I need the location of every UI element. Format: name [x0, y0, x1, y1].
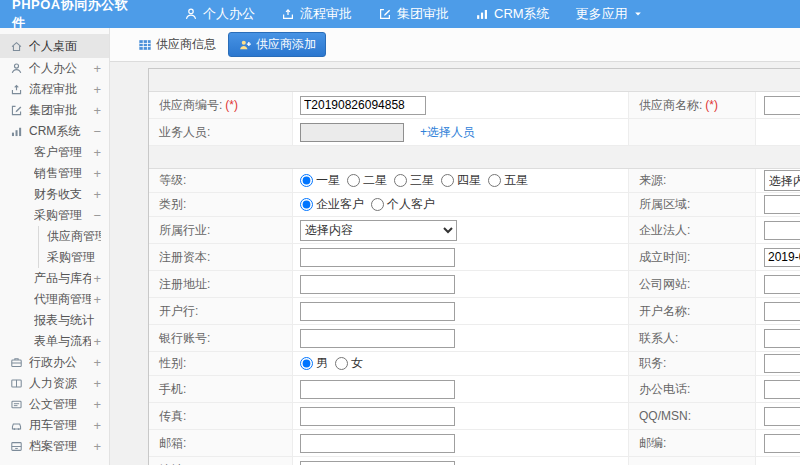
expand-plus-icon[interactable]: + [93, 355, 101, 370]
collapse-minus-icon[interactable]: − [93, 124, 101, 139]
sidebar-item-2[interactable]: 流程审批+ [0, 79, 109, 100]
field-value-cell [756, 325, 800, 351]
sidebar-item-1[interactable]: 个人办公+ [0, 58, 109, 79]
sidebar-item-19[interactable]: 档案管理+ [0, 436, 109, 457]
expand-plus-icon[interactable]: + [93, 292, 101, 307]
sidebar-item-8[interactable]: 采购管理− [0, 205, 109, 226]
gender-radio-input[interactable] [300, 357, 313, 370]
sidebar-item-3[interactable]: 集团审批+ [0, 100, 109, 121]
grade-radio-input[interactable] [300, 174, 313, 187]
industry-select[interactable]: 选择内容 [300, 220, 457, 241]
founding-date-input[interactable] [764, 248, 800, 267]
nav-item-1[interactable]: 流程审批 [281, 5, 352, 23]
contact-input[interactable] [764, 329, 800, 348]
person-icon [10, 62, 23, 75]
expand-plus-icon[interactable]: + [93, 82, 101, 97]
postcode-input[interactable] [764, 434, 800, 453]
supplier-code-input[interactable] [300, 96, 426, 115]
bank-input[interactable] [300, 302, 455, 321]
edit-icon [10, 104, 23, 117]
sidebar-item-5[interactable]: 客户管理+ [0, 142, 109, 163]
website-input[interactable] [764, 275, 800, 294]
grade-radio-1[interactable]: 二星 [347, 172, 387, 189]
gender-radio-0[interactable]: 男 [300, 355, 328, 372]
email-input[interactable] [300, 434, 455, 453]
position-input[interactable] [764, 354, 800, 373]
hamburger-icon[interactable] [140, 3, 162, 25]
supplier-name-input[interactable] [764, 96, 800, 115]
sidebar-item-4[interactable]: CRM系统− [0, 121, 109, 142]
expand-plus-icon[interactable]: + [93, 397, 101, 412]
gender-radio-1[interactable]: 女 [335, 355, 363, 372]
category-radio-1[interactable]: 个人客户 [371, 196, 435, 213]
grade-radio-input[interactable] [488, 174, 501, 187]
expand-plus-icon[interactable]: + [93, 376, 101, 391]
sidebar-item-7[interactable]: 财务收支+ [0, 184, 109, 205]
nav-item-2[interactable]: 集团审批 [378, 5, 449, 23]
field-value-cell [756, 430, 800, 456]
expand-plus-icon[interactable]: + [93, 187, 101, 202]
nav-item-0[interactable]: 个人办公 [184, 5, 255, 23]
source-select[interactable]: 选择内容 [764, 170, 800, 191]
select-staff-link[interactable]: +选择人员 [420, 124, 475, 141]
account-name-input[interactable] [764, 302, 800, 321]
field-label-text: 注册资本: [159, 249, 210, 266]
expand-plus-icon[interactable]: + [93, 103, 101, 118]
region-input[interactable] [764, 195, 800, 214]
staff-input[interactable] [300, 123, 404, 142]
field-label: 联系人: [629, 325, 756, 351]
sidebar-item-6[interactable]: 销售管理+ [0, 163, 109, 184]
sidebar-item-11[interactable]: 产品与库存+ [0, 268, 109, 289]
grade-radio-input[interactable] [347, 174, 360, 187]
registered-capital-input[interactable] [300, 248, 455, 267]
expand-plus-icon[interactable]: + [93, 145, 101, 160]
grade-radio-0[interactable]: 一星 [300, 172, 340, 189]
sidebar-item-12[interactable]: 代理商管理+ [0, 289, 109, 310]
legal-person-input[interactable] [764, 221, 800, 240]
field-value-cell [756, 193, 800, 216]
sidebar-item-0[interactable]: 个人桌面 [0, 34, 109, 58]
sidebar-item-14[interactable]: 表单与流程设置+ [0, 331, 109, 352]
field-label: 所属区域: [629, 193, 756, 216]
expand-plus-icon[interactable]: + [93, 334, 101, 349]
expand-plus-icon[interactable]: + [93, 271, 101, 286]
bank-account-input[interactable] [300, 329, 455, 348]
field-value-cell: 男女 [293, 352, 629, 375]
grade-radio-input[interactable] [394, 174, 407, 187]
tab-1[interactable]: 供应商添加 [228, 32, 326, 57]
sidebar-item-18[interactable]: 用车管理+ [0, 415, 109, 436]
category-radio-input[interactable] [371, 198, 384, 211]
collapse-minus-icon[interactable]: − [93, 208, 101, 223]
qq-msn-input[interactable] [764, 407, 800, 426]
field-label-text: 开户名称: [639, 303, 690, 320]
nav-item-4[interactable]: 更多应用 [576, 5, 643, 23]
grade-radio-4[interactable]: 五星 [488, 172, 528, 189]
expand-plus-icon[interactable]: + [93, 166, 101, 181]
sidebar-item-10[interactable]: 采购管理 [38, 247, 109, 268]
expand-plus-icon[interactable]: + [93, 418, 101, 433]
sidebar-item-15[interactable]: 行政办公+ [0, 352, 109, 373]
nav-item-3[interactable]: CRM系统 [475, 5, 550, 23]
registered-address-input[interactable] [300, 275, 455, 294]
address-input[interactable] [300, 461, 455, 465]
grade-radio-3[interactable]: 四星 [441, 172, 481, 189]
office-phone-input[interactable] [764, 380, 800, 399]
expand-plus-icon[interactable]: + [93, 439, 101, 454]
expand-plus-icon[interactable]: + [93, 61, 101, 76]
category-radio-input[interactable] [300, 198, 313, 211]
field-value-cell [756, 119, 800, 145]
mobile-input[interactable] [300, 380, 455, 399]
fax-input[interactable] [300, 407, 455, 426]
gender-radio-input[interactable] [335, 357, 348, 370]
grade-radio-2[interactable]: 三星 [394, 172, 434, 189]
category-radio-0[interactable]: 企业客户 [300, 196, 364, 213]
sidebar-item-17[interactable]: 公文管理+ [0, 394, 109, 415]
sidebar-item-9[interactable]: 供应商管理 [38, 226, 109, 247]
sidebar-item-16[interactable]: 人力资源+ [0, 373, 109, 394]
field-label-text: 邮箱: [159, 435, 186, 452]
grade-radio-input[interactable] [441, 174, 454, 187]
field-label-text: 供应商名称: [639, 97, 702, 114]
form-row: 所属行业:选择内容企业法人: [149, 217, 800, 244]
tab-0[interactable]: 供应商信息 [134, 33, 220, 56]
sidebar-item-13[interactable]: 报表与统计 [0, 310, 109, 331]
